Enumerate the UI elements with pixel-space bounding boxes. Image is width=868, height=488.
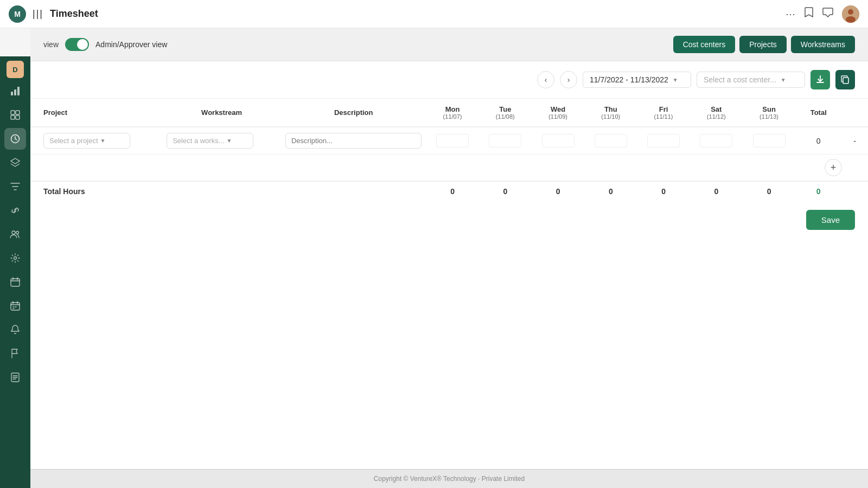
thu-total: 0 — [584, 181, 637, 201]
admin-view-toggle[interactable] — [65, 38, 89, 51]
svg-rect-5 — [17, 87, 20, 95]
content-area: ‹ › 11/7/2022 - 11/13/2022 ▼ Select a co… — [30, 61, 868, 488]
mon-hours-cell — [426, 127, 478, 155]
wed-total: 0 — [532, 181, 584, 201]
approver-label: Admin/Approver view — [95, 40, 167, 49]
toolbar-row: ‹ › 11/7/2022 - 11/13/2022 ▼ Select a co… — [30, 61, 868, 99]
view-label: view — [43, 40, 59, 49]
svg-rect-8 — [11, 115, 15, 119]
sidebar-item-calendar[interactable] — [4, 271, 26, 293]
total-label: Total Hours — [30, 181, 162, 201]
sun-hours-cell — [743, 127, 795, 155]
save-button[interactable]: Save — [806, 210, 855, 230]
description-input[interactable] — [285, 133, 422, 149]
bookmark-icon[interactable] — [804, 7, 814, 21]
svg-point-1 — [848, 9, 853, 15]
mon-hours-input[interactable] — [436, 134, 469, 147]
wed-hours-cell — [532, 127, 584, 155]
svg-point-2 — [846, 16, 856, 23]
download-button[interactable] — [810, 70, 830, 89]
col-header-wed: Wed (11/09) — [532, 99, 584, 127]
svg-rect-3 — [11, 92, 13, 95]
save-row: Save — [30, 201, 868, 239]
wed-hours-input[interactable] — [542, 134, 575, 147]
fri-total: 0 — [637, 181, 690, 201]
sidebar-item-filter[interactable] — [4, 176, 26, 197]
workstream-chevron-icon: ▼ — [227, 138, 232, 144]
col-header-thu: Thu (11/10) — [584, 99, 637, 127]
tue-hours-cell — [479, 127, 532, 155]
project-dropdown[interactable]: Select a project ▼ — [43, 133, 130, 149]
col-header-sat: Sat (11/12) — [690, 99, 743, 127]
sidebar-item-document[interactable] — [4, 367, 26, 388]
col-header-tue: Tue (11/08) — [479, 99, 532, 127]
svg-rect-4 — [14, 89, 16, 95]
col-header-mon: Mon (11/07) — [426, 99, 478, 127]
projects-button[interactable]: Projects — [739, 36, 787, 53]
sidebar-item-bell[interactable] — [4, 319, 26, 341]
fri-hours-input[interactable] — [647, 134, 680, 147]
add-row-button[interactable]: + — [825, 159, 842, 176]
col-header-fri: Fri (11/11) — [637, 99, 690, 127]
date-range-dropdown[interactable]: 11/7/2022 - 11/13/2022 ▼ — [583, 72, 691, 88]
workstreams-button[interactable]: Workstreams — [791, 36, 855, 53]
menu-icon[interactable]: ||| — [33, 8, 43, 20]
row-total-cell: 0 — [795, 127, 841, 155]
svg-rect-15 — [11, 303, 20, 310]
table-row: Select a project ▼ Select a works... ▼ — [30, 127, 868, 155]
sidebar-item-calendar2[interactable] — [4, 295, 26, 317]
sat-total: 0 — [690, 181, 743, 201]
svg-rect-14 — [11, 279, 20, 286]
cost-center-chevron-icon: ▼ — [781, 77, 786, 83]
svg-rect-17 — [843, 78, 848, 84]
workstream-dropdown[interactable]: Select a works... ▼ — [167, 133, 253, 149]
avatar[interactable] — [842, 5, 859, 23]
sidebar-item-analytics[interactable] — [4, 80, 26, 102]
sidebar-item-users[interactable] — [4, 223, 26, 245]
tue-hours-input[interactable] — [489, 134, 521, 147]
date-range-chevron-icon: ▼ — [673, 77, 678, 83]
sidebar-item-link[interactable] — [4, 200, 26, 221]
sidebar-item-avatar[interactable]: D — [7, 61, 24, 78]
total-row: Total Hours 0 0 0 0 0 0 0 0 — [30, 181, 868, 201]
grand-total: 0 — [795, 181, 841, 201]
cost-centers-button[interactable]: Cost centers — [673, 36, 736, 53]
topbar-right: ⋯ — [786, 5, 859, 23]
thu-hours-input[interactable] — [595, 134, 627, 147]
col-header-project: Project — [30, 99, 162, 127]
sat-hours-cell — [690, 127, 743, 155]
sat-hours-input[interactable] — [700, 134, 732, 147]
sun-total: 0 — [743, 181, 795, 201]
svg-point-13 — [14, 257, 17, 260]
topbar: M ||| Timesheet ⋯ — [0, 0, 868, 28]
main-content: view Admin/Approver view Cost centers Pr… — [30, 28, 868, 488]
svg-point-11 — [12, 231, 15, 234]
project-cell: Select a project ▼ — [30, 127, 162, 155]
mon-total: 0 — [426, 181, 478, 201]
workstream-cell: Select a works... ▼ — [162, 127, 281, 155]
subheader-buttons: Cost centers Projects Workstreams — [673, 36, 855, 53]
footer: Copyright © VentureX® Technology · Priva… — [30, 469, 868, 488]
grid-icon[interactable]: ⋯ — [786, 8, 795, 20]
sidebar: D — [0, 56, 30, 488]
chat-icon[interactable] — [822, 8, 833, 20]
sidebar-item-flag[interactable] — [4, 343, 26, 364]
sidebar-item-layers[interactable] — [4, 152, 26, 174]
sidebar-item-settings[interactable] — [4, 247, 26, 269]
svg-rect-6 — [11, 111, 15, 114]
col-header-description: Description — [281, 99, 426, 127]
sidebar-item-grid[interactable] — [4, 104, 26, 126]
add-row: + — [30, 155, 868, 182]
tue-total: 0 — [479, 181, 532, 201]
copy-button[interactable] — [835, 70, 855, 89]
col-header-total: Total — [795, 99, 841, 127]
cost-center-dropdown[interactable]: Select a cost center... ▼ — [697, 72, 805, 88]
sun-hours-input[interactable] — [753, 134, 786, 147]
sidebar-item-timesheet[interactable] — [4, 128, 26, 150]
project-chevron-icon: ▼ — [100, 138, 106, 144]
svg-rect-9 — [16, 115, 20, 119]
col-header-workstream: Workstream — [162, 99, 281, 127]
next-week-button[interactable]: › — [560, 71, 577, 88]
description-cell — [281, 127, 426, 155]
prev-week-button[interactable]: ‹ — [537, 71, 554, 88]
